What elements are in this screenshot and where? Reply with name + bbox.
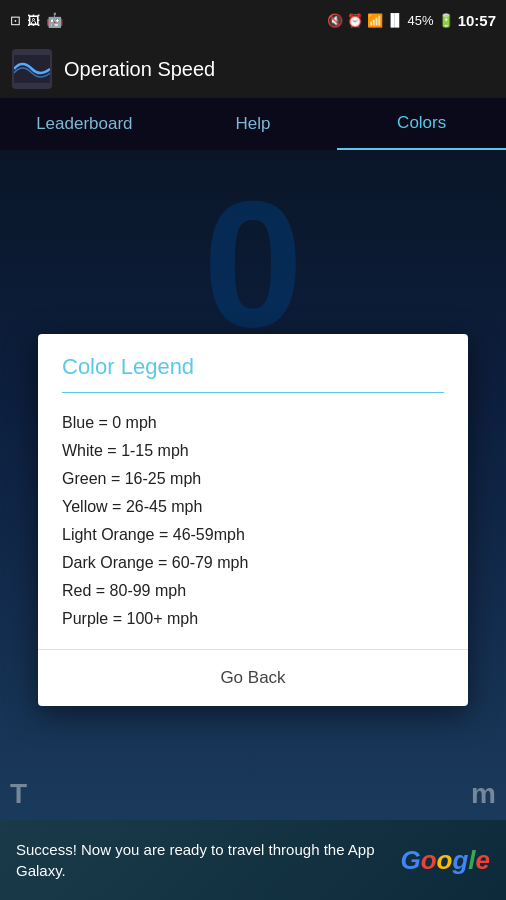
legend-item-1: White = 1-15 mph <box>62 437 444 465</box>
bottom-letter-t: T <box>10 778 27 810</box>
legend-item-6: Red = 80-99 mph <box>62 577 444 605</box>
alarm-icon: ⏰ <box>347 13 363 28</box>
status-bar: ⊡ 🖼 🤖 🔇 ⏰ 📶 ▐▌ 45% 🔋 10:57 <box>0 0 506 40</box>
ad-text: Success! Now you are ready to travel thr… <box>16 839 388 881</box>
dialog-content: Blue = 0 mph White = 1-15 mph Green = 16… <box>38 393 468 649</box>
battery-icon: 🔋 <box>438 13 454 28</box>
status-icons-right: 🔇 ⏰ 📶 ▐▌ 45% 🔋 10:57 <box>327 12 496 29</box>
legend-item-3: Yellow = 26-45 mph <box>62 493 444 521</box>
legend-item-0: Blue = 0 mph <box>62 409 444 437</box>
dialog-title: Color Legend <box>38 334 468 392</box>
signal-icon: ▐▌ <box>387 13 404 27</box>
wifi-icon: 📶 <box>367 13 383 28</box>
main-background: 0 T m Color Legend Blue = 0 mph White = … <box>0 150 506 820</box>
dialog-overlay: Color Legend Blue = 0 mph White = 1-15 m… <box>0 300 506 740</box>
image-icon: 🖼 <box>27 13 40 28</box>
nav-item-help[interactable]: Help <box>169 98 338 150</box>
bottom-letter-m: m <box>471 778 496 810</box>
bottom-labels: T m <box>0 778 506 810</box>
legend-item-5: Dark Orange = 60-79 mph <box>62 549 444 577</box>
go-back-button[interactable]: Go Back <box>200 664 305 692</box>
clock: 10:57 <box>458 12 496 29</box>
status-icons-left: ⊡ 🖼 🤖 <box>10 12 63 28</box>
legend-item-7: Purple = 100+ mph <box>62 605 444 633</box>
android-icon: 🤖 <box>46 12 63 28</box>
battery-percent: 45% <box>408 13 434 28</box>
dialog-footer: Go Back <box>38 649 468 706</box>
app-header: Operation Speed <box>0 40 506 98</box>
nav-item-colors[interactable]: Colors <box>337 98 506 150</box>
nav-item-leaderboard[interactable]: Leaderboard <box>0 98 169 150</box>
ad-banner[interactable]: Success! Now you are ready to travel thr… <box>0 820 506 900</box>
nav-bar: Leaderboard Help Colors <box>0 98 506 150</box>
legend-item-4: Light Orange = 46-59mph <box>62 521 444 549</box>
ad-logo: Google <box>400 845 490 876</box>
mute-icon: 🔇 <box>327 13 343 28</box>
color-legend-dialog: Color Legend Blue = 0 mph White = 1-15 m… <box>38 334 468 706</box>
legend-item-2: Green = 16-25 mph <box>62 465 444 493</box>
app-icon <box>12 49 52 89</box>
app-title: Operation Speed <box>64 58 215 81</box>
screen-icon: ⊡ <box>10 13 21 28</box>
